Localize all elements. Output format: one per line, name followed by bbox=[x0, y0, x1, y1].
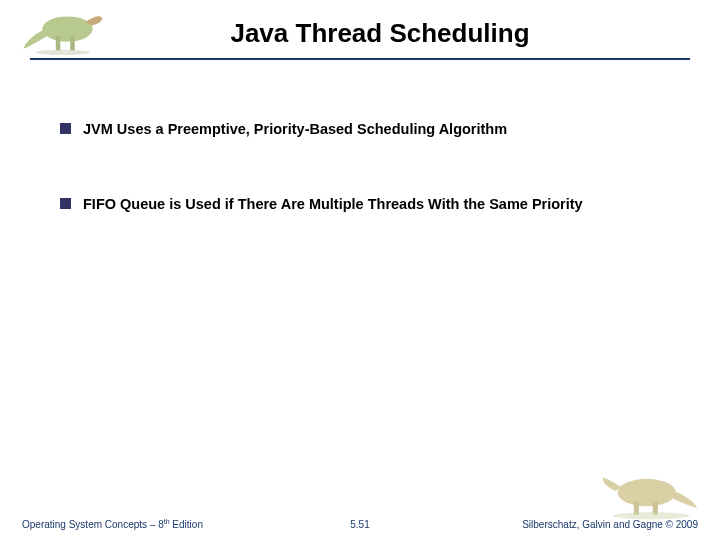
footer-book-title: Operating System Concepts – 8 bbox=[22, 519, 164, 530]
bullet-text: JVM Uses a Preemptive, Priority-Based Sc… bbox=[83, 120, 507, 139]
svg-point-3 bbox=[36, 50, 90, 55]
bullet-item: JVM Uses a Preemptive, Priority-Based Sc… bbox=[60, 120, 690, 139]
content-area: JVM Uses a Preemptive, Priority-Based Sc… bbox=[60, 120, 690, 270]
square-bullet-icon bbox=[60, 123, 71, 134]
square-bullet-icon bbox=[60, 198, 71, 209]
footer-left: Operating System Concepts – 8th Edition bbox=[22, 518, 203, 530]
svg-point-0 bbox=[42, 16, 92, 41]
svg-rect-1 bbox=[56, 36, 61, 50]
svg-point-4 bbox=[618, 479, 676, 506]
svg-rect-2 bbox=[70, 36, 75, 50]
footer: Operating System Concepts – 8th Edition … bbox=[0, 510, 720, 530]
header: Java Thread Scheduling bbox=[0, 0, 720, 49]
title-underline bbox=[30, 58, 690, 60]
dinosaur-top-icon bbox=[16, 2, 110, 56]
footer-page-number: 5.51 bbox=[350, 519, 369, 530]
bullet-item: FIFO Queue is Used if There Are Multiple… bbox=[60, 195, 690, 214]
bullet-text: FIFO Queue is Used if There Are Multiple… bbox=[83, 195, 583, 214]
slide: Java Thread Scheduling JVM Uses a Preemp… bbox=[0, 0, 720, 540]
slide-title: Java Thread Scheduling bbox=[40, 18, 720, 49]
footer-edition: Edition bbox=[170, 519, 203, 530]
footer-copyright: Silberschatz, Galvin and Gagne © 2009 bbox=[522, 519, 698, 530]
